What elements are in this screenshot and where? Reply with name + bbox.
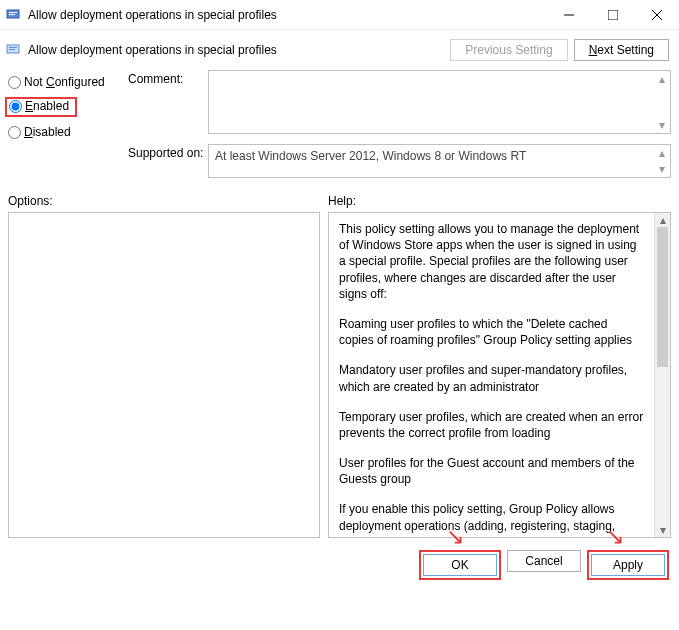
supported-on-value: At least Windows Server 2012, Windows 8 … bbox=[215, 149, 526, 163]
highlight-apply: Apply bbox=[587, 550, 669, 580]
help-p: Roaming user profiles to which the "Dele… bbox=[339, 316, 644, 348]
help-p: Mandatory user profiles and super-mandat… bbox=[339, 362, 644, 394]
scroll-down-icon[interactable]: ▾ bbox=[655, 523, 670, 537]
scroll-down-icon: ▾ bbox=[654, 162, 670, 176]
svg-rect-4 bbox=[608, 10, 618, 20]
sub-header: Allow deployment operations in special p… bbox=[0, 30, 679, 70]
window-title: Allow deployment operations in special p… bbox=[28, 8, 547, 22]
label-disabled: Disabled bbox=[24, 125, 71, 139]
comment-textarea[interactable]: ▴ ▾ bbox=[208, 70, 671, 134]
radio-disabled[interactable] bbox=[8, 126, 21, 139]
previous-setting-button[interactable]: Previous Setting bbox=[450, 39, 567, 61]
ok-button[interactable]: OK bbox=[423, 554, 497, 576]
policy-icon bbox=[6, 7, 22, 23]
help-p: Temporary user profiles, which are creat… bbox=[339, 409, 644, 441]
radio-enabled[interactable] bbox=[9, 100, 22, 113]
help-panel: This policy setting allows you to manage… bbox=[328, 212, 671, 538]
help-label: Help: bbox=[328, 194, 356, 208]
supported-on-text: At least Windows Server 2012, Windows 8 … bbox=[208, 144, 671, 178]
help-p: User profiles for the Guest account and … bbox=[339, 455, 644, 487]
comment-label: Comment: bbox=[128, 70, 208, 134]
label-enabled: Enabled bbox=[25, 99, 69, 113]
highlight-ok: OK bbox=[419, 550, 501, 580]
state-radio-group: Not Configured Enabled Disabled bbox=[8, 70, 128, 188]
arrow-annotation-icon: ↘ bbox=[606, 524, 624, 550]
cancel-button[interactable]: Cancel bbox=[507, 550, 581, 572]
scroll-up-icon: ▴ bbox=[654, 72, 670, 86]
highlight-enabled: Enabled bbox=[5, 97, 77, 117]
label-not-configured: Not Configured bbox=[24, 75, 105, 89]
scroll-up-icon: ▴ bbox=[654, 146, 670, 160]
scrollbar-thumb[interactable] bbox=[657, 227, 668, 367]
scroll-up-icon[interactable]: ▴ bbox=[655, 213, 670, 227]
maximize-button[interactable] bbox=[591, 0, 635, 30]
help-p: This policy setting allows you to manage… bbox=[339, 221, 644, 302]
svg-rect-1 bbox=[9, 12, 17, 13]
options-panel bbox=[8, 212, 320, 538]
close-button[interactable] bbox=[635, 0, 679, 30]
arrow-annotation-icon: ↘ bbox=[446, 524, 464, 550]
svg-rect-8 bbox=[9, 47, 17, 48]
sub-title: Allow deployment operations in special p… bbox=[28, 43, 277, 57]
help-text: This policy setting allows you to manage… bbox=[329, 213, 654, 537]
help-p: If you enable this policy setting, Group… bbox=[339, 501, 644, 537]
title-bar: Allow deployment operations in special p… bbox=[0, 0, 679, 30]
radio-not-configured[interactable] bbox=[8, 76, 21, 89]
scroll-down-icon: ▾ bbox=[654, 118, 670, 132]
next-setting-button[interactable]: Next Setting bbox=[574, 39, 669, 61]
options-label: Options: bbox=[8, 194, 328, 208]
dialog-footer: ↘ ↘ OK Cancel Apply bbox=[0, 550, 679, 590]
minimize-button[interactable] bbox=[547, 0, 591, 30]
apply-button[interactable]: Apply bbox=[591, 554, 665, 576]
help-scrollbar[interactable]: ▴ ▾ bbox=[654, 213, 670, 537]
nav-buttons: Previous Setting Next Setting bbox=[450, 39, 669, 61]
supported-on-label: Supported on: bbox=[128, 144, 208, 178]
svg-rect-9 bbox=[9, 49, 15, 50]
policy-icon bbox=[6, 42, 22, 58]
svg-rect-2 bbox=[9, 14, 15, 15]
